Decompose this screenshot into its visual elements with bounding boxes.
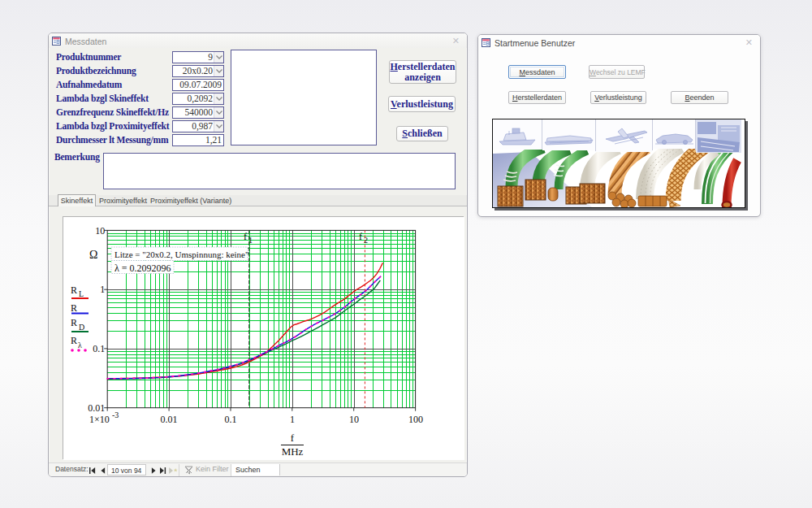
svg-text:D: D: [79, 323, 84, 332]
svg-text:Litze = "20x0.2, Umspinnung: k: Litze = "20x0.2, Umspinnung: keine": [114, 250, 249, 259]
svg-text:1: 1: [100, 284, 105, 295]
svg-text:MHz: MHz: [282, 445, 304, 458]
svg-text:0.01: 0.01: [88, 402, 105, 414]
svg-text:R: R: [71, 284, 77, 296]
svg-text:2: 2: [364, 236, 368, 245]
svg-text:λ: λ: [78, 341, 82, 350]
svg-text:0.1: 0.1: [93, 343, 105, 354]
svg-text:0.1: 0.1: [225, 414, 237, 425]
svg-text:L: L: [79, 289, 84, 298]
svg-text:1: 1: [248, 236, 253, 245]
svg-text:λ = 0.2092096: λ = 0.2092096: [114, 263, 171, 274]
svg-text:1: 1: [290, 414, 295, 425]
svg-text:R: R: [71, 302, 77, 314]
svg-text:R: R: [71, 335, 77, 346]
svg-text:10: 10: [349, 414, 359, 425]
svg-text:f: f: [244, 231, 247, 242]
svg-text:0.01: 0.01: [161, 414, 178, 425]
svg-text:Ω: Ω: [89, 249, 97, 261]
svg-text:R: R: [71, 317, 77, 328]
svg-text:-3: -3: [112, 410, 119, 419]
svg-text:f: f: [359, 231, 362, 242]
svg-text:10: 10: [95, 225, 105, 237]
svg-text:f: f: [291, 432, 295, 444]
svg-text:1×10: 1×10: [89, 414, 110, 425]
svg-text:100: 100: [408, 414, 423, 425]
